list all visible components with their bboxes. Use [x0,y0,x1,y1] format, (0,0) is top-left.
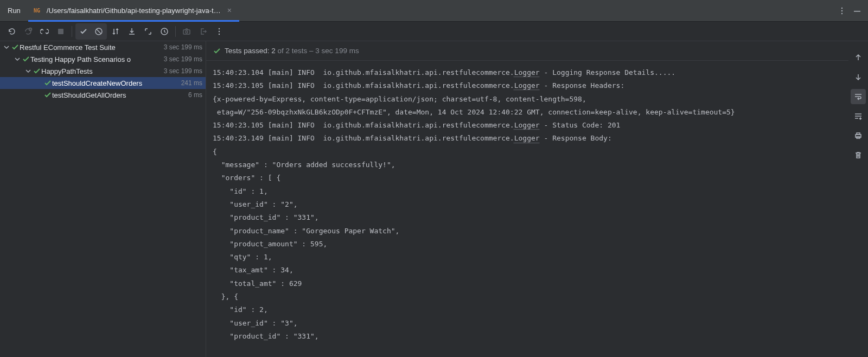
console-gutter [848,41,868,357]
import-icon[interactable] [124,24,139,39]
tree-row-test[interactable]: testShouldGetAllOrders 6 ms [0,89,206,101]
scroll-up-icon[interactable] [851,50,866,65]
pass-icon [33,67,41,75]
print-icon[interactable] [851,128,866,143]
minimize-icon[interactable] [853,7,861,15]
summary-text: Tests passed: 2 of 2 tests – 3 sec 199 m… [225,47,359,55]
tree-label: Testing Happy Path Scenarios o [30,55,131,63]
svg-rect-9 [183,30,190,34]
more-vert-icon[interactable] [212,24,227,39]
more-vert-icon[interactable] [838,7,846,15]
rerun-icon[interactable] [4,24,20,39]
soft-wrap-icon[interactable] [851,89,866,104]
tree-time: 6 ms [184,91,202,99]
expand-icon[interactable] [141,24,156,39]
main-area: Restful ECommerce Test Suite 3 sec 199 m… [0,41,868,357]
test-tree-panel: Restful ECommerce Test Suite 3 sec 199 m… [0,41,206,357]
trash-icon[interactable] [851,148,866,163]
svg-point-3 [841,12,843,14]
tree-row-suite[interactable]: Restful ECommerce Test Suite 3 sec 199 m… [0,41,206,53]
show-ignored-icon[interactable] [91,24,106,39]
tree-row-group[interactable]: HappyPathTests 3 sec 199 ms [0,65,206,77]
titlebar: Run NG /Users/faisalkhatri/Github/api-te… [0,0,868,22]
history-icon[interactable] [157,24,172,39]
testng-icon: NG [34,6,42,15]
filter-group [75,23,107,40]
stop-icon[interactable] [53,24,68,39]
scroll-down-icon[interactable] [851,69,866,85]
tab-title: /Users/faisalkhatri/Github/api-testing-p… [47,7,221,15]
tree-time: 3 sec 199 ms [159,55,202,63]
svg-point-1 [841,7,843,8]
run-tab[interactable]: NG /Users/faisalkhatri/Github/api-testin… [28,1,239,22]
tree-label: testShouldCreateNewOrders [52,79,142,87]
chevron-down-icon[interactable] [2,44,11,50]
svg-point-5 [29,28,32,30]
summary-prefix: Tests passed: [225,47,271,55]
test-summary: Tests passed: 2 of 2 tests – 3 sec 199 m… [206,41,848,61]
rerun-failed-icon[interactable] [21,24,36,39]
separator [72,26,72,37]
svg-rect-6 [58,29,63,34]
svg-point-13 [219,33,220,34]
tree-label: HappyPathTests [41,67,93,75]
svg-point-11 [219,28,220,29]
pass-icon [213,47,221,55]
svg-point-12 [219,30,220,31]
svg-text:NG: NG [34,8,40,14]
summary-rest: of 2 tests – 3 sec 199 ms [276,47,359,55]
tree-label: testShouldGetAllOrders [52,91,126,99]
chevron-down-icon[interactable] [24,68,33,74]
toggle-autotest-icon[interactable] [37,24,52,39]
svg-rect-4 [854,11,860,12]
chevron-down-icon[interactable] [13,56,22,62]
tree-label: Restful ECommerce Test Suite [20,43,116,52]
scroll-end-icon[interactable] [851,109,866,124]
svg-point-10 [186,31,188,33]
pass-icon [22,55,30,63]
sort-icon[interactable] [108,24,123,39]
run-tool-label[interactable]: Run [0,0,28,21]
tree-time: 3 sec 199 ms [159,43,202,51]
pass-icon [11,43,20,51]
svg-point-2 [841,10,843,11]
pass-icon [43,91,52,99]
show-passed-icon[interactable] [76,24,91,39]
run-toolbar [0,22,868,41]
tree-row-test-selected[interactable]: testShouldCreateNewOrders 241 ms [0,77,206,89]
screenshot-icon[interactable] [179,24,194,39]
summary-passed: 2 [271,47,276,55]
console-output[interactable]: 15:40:23.104 [main] INFO io.github.mfais… [206,61,848,357]
pass-icon [43,79,52,87]
titlebar-left: Run NG /Users/faisalkhatri/Github/api-te… [0,0,239,21]
titlebar-right [838,7,868,15]
tree-time: 241 ms [177,79,202,87]
close-icon[interactable]: × [225,6,234,15]
tree-row-group[interactable]: Testing Happy Path Scenarios o 3 sec 199… [0,53,206,65]
separator [175,26,176,37]
svg-rect-15 [857,133,860,135]
exit-icon[interactable] [195,24,210,39]
tree-time: 3 sec 199 ms [159,67,202,75]
output-panel: Tests passed: 2 of 2 tests – 3 sec 199 m… [206,41,848,357]
